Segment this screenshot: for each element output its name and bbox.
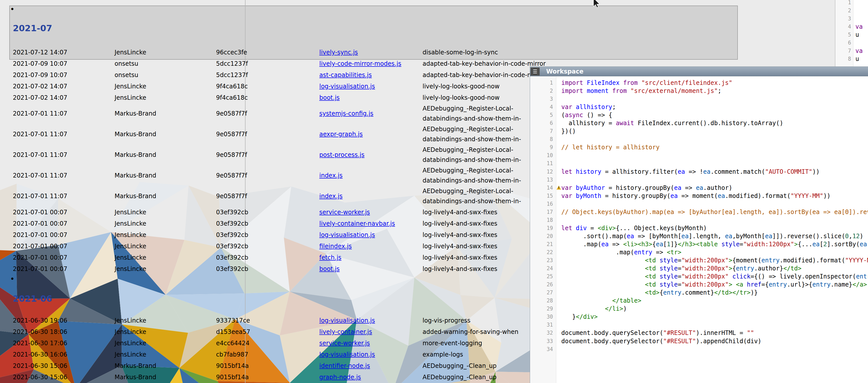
file-link[interactable]: log-visualisation.js [319, 317, 375, 324]
file-link[interactable]: log-visualisation.js [319, 231, 375, 238]
code-token [583, 79, 587, 86]
code-line[interactable]: </li>) [561, 305, 868, 313]
window-menu-button[interactable]: ☰ [531, 67, 539, 75]
file-link[interactable]: systemjs-config.js [319, 110, 373, 117]
code-line[interactable]: <td style="width:200px"> <a href={entry.… [561, 281, 868, 289]
code-line[interactable]: // let history = allhistory [561, 143, 868, 151]
file-link[interactable]: lively-code-mirror-modes.js [319, 60, 401, 67]
line-number: 12 [530, 168, 556, 176]
file-link[interactable]: lively-container.js [319, 328, 372, 336]
line-number: 2 [530, 87, 556, 95]
code-line[interactable] [561, 135, 868, 143]
code-line[interactable]: va [856, 47, 863, 55]
code-line[interactable]: allhistory = await FileIndex.current().d… [561, 119, 868, 127]
code-line[interactable]: var allhistory; [561, 103, 868, 111]
code-line[interactable] [561, 159, 868, 167]
file-link[interactable]: identifier-node.js [319, 362, 370, 370]
code-line[interactable] [561, 151, 868, 159]
code-line[interactable]: // Object.keys(byAuthor).map(ea => [byAu… [561, 208, 868, 216]
code-line[interactable] [561, 345, 868, 353]
commit-row: 2021-06-30 18:06JensLincked153eea57livel… [13, 326, 579, 338]
line-number: 29 [530, 305, 556, 313]
file-link[interactable]: graph-node.js [319, 374, 361, 381]
code-editor[interactable]: 1234567891011121314!15161718192021222324… [530, 76, 868, 383]
code-line[interactable]: document.body.querySelector("#RESULT").i… [561, 329, 868, 337]
code-line[interactable] [561, 321, 868, 329]
file-link[interactable]: log-visualisation.js [319, 83, 375, 90]
workspace-titlebar[interactable]: ☰ Workspace [530, 67, 868, 76]
code-line[interactable]: import moment from "src/external/moment.… [561, 87, 868, 95]
file-link[interactable]: boot.js [319, 265, 340, 273]
commit-hash: 03ef392cb [216, 263, 319, 275]
code-line[interactable] [856, 14, 863, 23]
code-line[interactable]: <td style="width:200px" click={() => liv… [561, 273, 868, 281]
code-line[interactable]: .map(ea => <li><h3>{ea[1]}</h3><table st… [561, 240, 868, 248]
code-line[interactable]: u [856, 55, 863, 63]
code-line[interactable]: })() [561, 127, 868, 135]
code-line[interactable] [561, 200, 868, 208]
month-header: 2021-06 [13, 294, 52, 304]
commit-row: 2021-07-01 00:07JensLincke03ef392cbfetch… [13, 252, 579, 263]
commit-author: onsetsu [115, 58, 216, 69]
file-link[interactable]: lively-container-navbar.js [319, 220, 395, 227]
file-link[interactable]: fileindex.js [319, 243, 352, 250]
code-line[interactable]: var byMonth = history.groupBy(ea => mome… [561, 192, 868, 200]
file-link[interactable]: post-process.js [319, 151, 365, 158]
file-link[interactable]: service-worker.js [319, 209, 370, 216]
code-line[interactable]: <td style="width:200px">{entry.author}</… [561, 264, 868, 273]
line-number: 3 [530, 95, 556, 103]
code-line[interactable]: </table> [561, 297, 868, 305]
commit-hash: 03ef392cb [216, 206, 319, 218]
code-token: style [659, 281, 678, 288]
commit-hash: 9e0587f7f [216, 165, 319, 186]
code-line[interactable] [561, 95, 868, 103]
code-token: ].sortBy( [827, 241, 860, 248]
code-line[interactable]: let div = <div>{... Object.keys(byMonth) [561, 224, 868, 232]
code-line[interactable]: var byAuthor = history.groupBy(ea => ea.… [561, 184, 868, 192]
code-token [656, 273, 659, 280]
code-line[interactable]: }</div> [561, 313, 868, 321]
file-link[interactable]: ast-capabilities.js [319, 71, 372, 78]
code-token: ={ [762, 281, 769, 288]
code-line[interactable]: u [856, 31, 863, 39]
code-token: document.body.querySelector( [561, 329, 663, 337]
code-token: <tr> [667, 249, 681, 256]
commit-hash: 9015bf14a [216, 360, 319, 372]
code-line[interactable]: import FileIndex from "src/client/filein… [561, 79, 868, 87]
code-token: .map( [561, 241, 601, 248]
file-link[interactable]: log-visualisation.js [319, 351, 375, 358]
code-line[interactable] [856, 39, 863, 47]
code-token: .map( [561, 249, 634, 256]
code-line[interactable]: (async () => { [561, 111, 868, 119]
mini-editor-window[interactable]: 12345678 vauvau [835, 0, 868, 67]
code-line[interactable] [561, 176, 868, 184]
code-line[interactable] [856, 6, 863, 14]
code-token: = [587, 225, 597, 232]
commit-file-cell: log-visualisation.js [319, 81, 423, 92]
code-line[interactable]: .map(entry => <tr> [561, 248, 868, 256]
code-line[interactable] [856, 0, 863, 6]
file-link[interactable]: service-worker.js [319, 340, 370, 347]
commit-author: onsetsu [115, 69, 216, 81]
file-link[interactable]: fetch.js [319, 254, 341, 261]
code-lines[interactable]: import FileIndex from "src/client/filein… [557, 76, 868, 383]
code-line[interactable] [561, 216, 868, 224]
code-line[interactable]: va [856, 23, 863, 31]
file-link[interactable]: index.js [319, 193, 342, 200]
mini-code-lines[interactable]: vauvau [856, 0, 863, 63]
commit-row: 2021-07-01 11:07Markus-Brand9e0587f7fpos… [13, 145, 579, 165]
code-token: .author} [754, 265, 783, 272]
file-link[interactable]: index.js [319, 172, 342, 179]
file-link[interactable]: aexpr-graph.js [319, 131, 363, 138]
code-token: { [659, 289, 663, 296]
code-token: let [561, 168, 572, 175]
commit-date: 2021-07-01 00:07 [13, 206, 115, 218]
file-link[interactable]: lively-sync.js [319, 49, 358, 56]
code-line[interactable]: document.body.querySelector("#RESULT").a… [561, 337, 868, 345]
code-line[interactable]: .sort().map(ea => [byMonth[ea].length, e… [561, 232, 868, 240]
file-link[interactable]: boot.js [319, 94, 340, 101]
code-token: ).appendChild(div) [696, 338, 762, 345]
code-line[interactable]: <td>{entry.comment}</td></tr>)} [561, 289, 868, 297]
code-line[interactable]: let history = allhistory.filter(ea => !e… [561, 168, 868, 176]
code-line[interactable]: <td style="width:200px">{moment(entry.mo… [561, 256, 868, 264]
